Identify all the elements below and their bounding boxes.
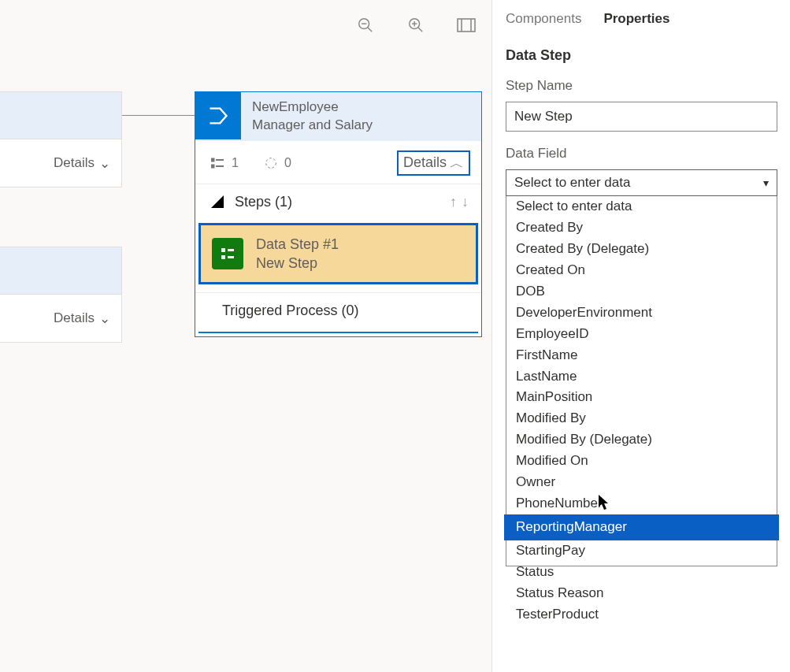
properties-panel: Components Properties Data Step Step Nam… <box>493 0 790 672</box>
arrow-down-icon: ↓ <box>462 194 469 210</box>
dropdown-option[interactable]: ReportingManager <box>504 514 779 540</box>
svg-point-14 <box>266 158 276 169</box>
step-name-label: Step Name <box>506 78 777 94</box>
dropdown-option[interactable]: DeveloperEnvironment <box>506 303 777 324</box>
dropdown-option[interactable]: MainPosition <box>506 387 777 408</box>
dropdown-option[interactable]: Modified By (Delegate) <box>506 429 777 451</box>
chevron-down-icon: ▾ <box>763 176 769 189</box>
zoom-out-button[interactable] <box>354 14 376 36</box>
dropdown-option[interactable]: Modified By <box>506 408 777 429</box>
details-label: Details <box>54 155 95 171</box>
connector-line <box>122 115 195 116</box>
dropdown-option[interactable]: Status <box>506 562 777 583</box>
dropdown-option[interactable]: LastName <box>506 366 777 388</box>
triggered-section-label: Triggered Process (0) <box>222 303 358 319</box>
step-count-group: 1 <box>211 156 239 170</box>
data-step-title: Data Step #1 <box>256 235 339 254</box>
dropdown-option[interactable]: Created On <box>506 260 777 281</box>
chevron-down-icon: ⌄ <box>99 155 110 172</box>
step-name-input[interactable] <box>506 102 777 132</box>
triggered-section-header[interactable]: Triggered Process (0) <box>195 292 481 332</box>
reorder-arrows[interactable]: ↑↓ <box>450 194 469 210</box>
stage-title-line2: Manager and Salary <box>252 117 373 135</box>
dropdown-option[interactable]: Select to enter data <box>506 196 777 217</box>
stage-icon <box>195 92 241 139</box>
step-count-value: 1 <box>232 156 239 170</box>
svg-rect-16 <box>221 255 225 259</box>
data-field-selected-text: Select to enter data <box>514 175 630 191</box>
loop-count-value: 0 <box>284 156 291 170</box>
dropdown-option[interactable]: EmployeeID <box>506 324 777 345</box>
dropdown-option[interactable]: Status Reason <box>506 583 777 604</box>
stage-title-line1: NewEmployee <box>252 98 373 117</box>
details-label: Details <box>54 310 95 326</box>
dropdown-option[interactable]: Created By <box>506 217 777 239</box>
svg-rect-15 <box>221 248 225 252</box>
data-field-select[interactable]: Select to enter data ▾ <box>506 169 777 196</box>
dropdown-option[interactable]: FirstName <box>506 345 777 366</box>
svg-rect-7 <box>458 19 475 32</box>
list-icon <box>211 158 225 169</box>
svg-rect-12 <box>211 165 214 168</box>
svg-rect-18 <box>228 256 234 258</box>
dropdown-option[interactable]: Created By (Delegate) <box>506 239 777 260</box>
data-field-dropdown[interactable]: Select to enter dataCreated ByCreated By… <box>506 196 777 566</box>
canvas-toolbar <box>354 14 477 36</box>
collapse-triangle-icon <box>211 195 224 208</box>
loop-count-group: 0 <box>264 156 291 170</box>
stage-details-toggle[interactable]: Details ︿ <box>397 150 470 176</box>
dropdown-option[interactable]: DOB <box>506 281 777 303</box>
arrow-up-icon: ↑ <box>450 194 457 210</box>
upstream-card-2[interactable]: Details ⌄ <box>0 247 122 343</box>
panel-tabs: Components Properties <box>506 11 777 27</box>
data-step-name: New Step <box>256 254 339 273</box>
chevron-down-icon: ⌄ <box>99 310 110 327</box>
svg-rect-10 <box>211 158 214 162</box>
dropdown-option[interactable]: Modified On <box>506 451 777 472</box>
canvas-area: Details ⌄ Details ⌄ NewEmployee Manager … <box>0 0 492 672</box>
loop-icon <box>264 156 278 170</box>
dropdown-option[interactable]: PhoneNumber <box>506 493 777 514</box>
dropdown-option[interactable]: StartingPay <box>506 540 777 562</box>
svg-line-1 <box>368 28 373 32</box>
dropdown-option[interactable]: Owner <box>506 472 777 493</box>
stage-header: NewEmployee Manager and Salary <box>195 92 481 141</box>
panel-section-title: Data Step <box>506 47 777 64</box>
details-label: Details <box>403 154 447 171</box>
data-field-label: Data Field <box>506 146 777 162</box>
svg-line-4 <box>418 28 423 32</box>
stage-metrics-row: 1 0 Details ︿ <box>195 141 481 184</box>
tab-components[interactable]: Components <box>506 11 581 27</box>
data-step-item[interactable]: Data Step #1 New Step <box>198 223 478 285</box>
upstream-card-2-details[interactable]: Details ⌄ <box>0 295 121 342</box>
chevron-up-icon: ︿ <box>450 154 464 173</box>
dropdown-option[interactable]: TesterProduct <box>506 604 777 626</box>
card-bottom-accent <box>198 332 478 333</box>
zoom-in-button[interactable] <box>405 14 427 36</box>
stage-card[interactable]: NewEmployee Manager and Salary 1 0 Detai… <box>195 91 482 337</box>
svg-rect-17 <box>228 249 234 251</box>
upstream-card-1-details[interactable]: Details ⌄ <box>0 139 121 187</box>
steps-section-header[interactable]: Steps (1) ↑↓ <box>195 184 481 220</box>
tab-properties[interactable]: Properties <box>603 11 669 27</box>
data-step-icon <box>212 238 243 269</box>
fit-screen-button[interactable] <box>455 14 477 36</box>
upstream-card-1[interactable]: Details ⌄ <box>0 91 122 187</box>
steps-section-label: Steps (1) <box>235 194 292 210</box>
